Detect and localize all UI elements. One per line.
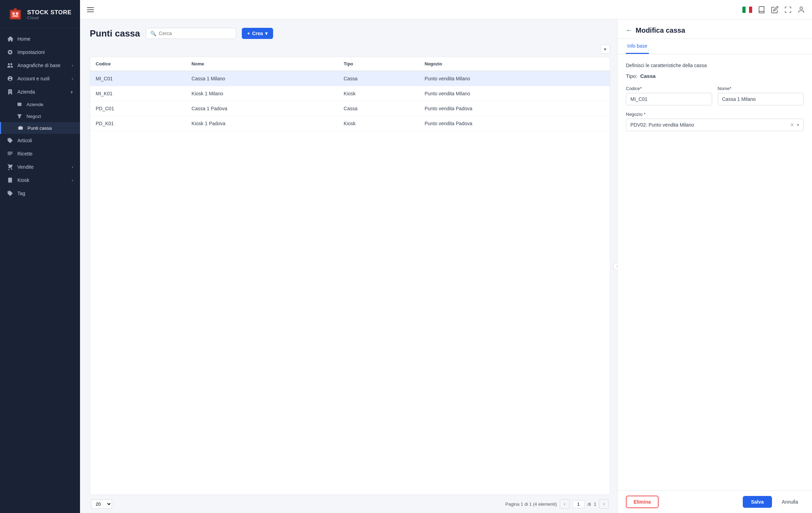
detail-type: Tipo: Cassa [626,73,804,79]
col-nome: Nome [186,57,338,71]
sidebar-item-negozi[interactable]: Negozi [0,110,80,122]
search-input[interactable] [159,31,232,36]
svg-rect-7 [18,127,23,130]
svg-rect-1 [11,11,19,18]
crea-arrow-icon: ▾ [265,31,268,36]
cell-nome: Kiosk 1 Milano [186,86,338,101]
account-icon [7,75,13,82]
svg-rect-10 [9,182,11,182]
sidebar-item-aziende[interactable]: Aziende [0,98,80,110]
book-icon[interactable] [758,6,765,14]
svg-rect-8 [19,126,22,127]
cell-nome: Kiosk 1 Padova [186,116,338,131]
detail-header: ← Modifica cassa [618,19,812,39]
table-header-row: Codice Nome Tipo Negozio [90,57,610,71]
data-table: Codice Nome Tipo Negozio MI_C01Cassa 1 M… [90,57,610,131]
sidebar-item-vendite-label: Vendite [17,164,34,170]
svg-rect-3 [16,13,18,15]
negozio-clear-button[interactable]: ✕ [790,122,794,128]
back-button[interactable]: ← [626,27,632,34]
table-row[interactable]: MI_C01Cassa 1 MilanoCassaPunto vendita M… [90,71,610,86]
app-name: STOCK STORE [27,9,72,16]
user-icon[interactable] [797,6,805,14]
sidebar-item-tag[interactable]: Tag [0,187,80,200]
elimina-button[interactable]: Elimina [626,496,659,508]
negozio-select[interactable]: PDV02: Punto vendita Milano ✕ ▾ [626,119,804,131]
nome-input[interactable] [718,93,804,105]
users-icon [7,62,13,69]
table-row[interactable]: PD_K01Kiosk 1 PadovaKioskPunto vendita P… [90,116,610,131]
cell-negozio: Punto vendita Padova [419,101,610,116]
flag-red [749,7,752,13]
prev-page-button[interactable]: ‹ [560,499,570,509]
cell-codice: MI_K01 [90,86,186,101]
create-button[interactable]: + Crea ▾ [242,28,273,39]
per-page-dropdown[interactable]: 20 50 100 [91,499,112,509]
sidebar-item-azienda-label: Azienda [17,89,35,95]
edit-icon[interactable] [771,6,779,14]
total-pages: 1 [594,502,596,507]
panel-collapse-button[interactable]: ‹ [613,262,617,271]
vendite-icon [7,164,13,170]
table-footer: 20 50 100 Pagina 1 di 1 (4 elementi) ‹ d… [90,495,610,513]
flag-white [746,7,749,13]
sidebar-item-vendite[interactable]: Vendite › [0,160,80,174]
codice-input[interactable] [626,93,712,105]
of-label: di [588,502,591,507]
col-tipo: Tipo [338,57,419,71]
sidebar-item-kiosk[interactable]: Kiosk › [0,174,80,187]
detail-tabs: Info base [618,39,812,54]
cell-nome: Cassa 1 Milano [186,71,338,86]
detail-panel: ← Modifica cassa Info base Definisci le … [617,19,812,513]
salva-button[interactable]: Salva [743,496,772,508]
sidebar-item-tag-label: Tag [17,191,25,196]
sidebar-item-anagrafiche-label: Anagrafiche di base [17,63,61,68]
action-bar: Elimina Salva Annulla [618,490,812,513]
next-page-button[interactable]: › [599,499,609,509]
home-icon [7,36,13,42]
topbar [80,0,812,19]
vendite-arrow: › [72,165,73,169]
sidebar-item-impostazioni[interactable]: Impostazioni [0,46,80,59]
filter-dropdown-button[interactable]: ▾ [600,45,610,54]
sidebar-item-articoli[interactable]: Articoli [0,134,80,147]
sidebar-item-punticassa-label: Punti cassa [27,126,52,131]
type-value: Cassa [640,73,655,79]
pagination-label: Pagina 1 di 1 (4 elementi) [505,502,557,507]
hamburger-button[interactable] [87,7,94,12]
sidebar-item-ricette[interactable]: Ricette [0,147,80,160]
search-icon: 🔍 [150,31,156,36]
ricette-icon [7,151,13,157]
table-row[interactable]: PD_C01Cassa 1 PadovaCassaPunto vendita P… [90,101,610,116]
table-container: Codice Nome Tipo Negozio MI_C01Cassa 1 M… [90,57,610,495]
cell-negozio: Punto vendita Milano [419,86,610,101]
sidebar-nav: Home Impostazioni Anagrafiche di base › … [0,28,80,513]
expand-icon[interactable] [784,6,792,14]
form-row-codice-nome: Codice* Nome* [626,86,804,105]
flag-green [742,7,746,13]
svg-rect-6 [17,103,21,106]
negozio-value: PDV02: Punto vendita Milano [630,122,787,128]
page-input[interactable] [572,500,585,508]
list-header: Punti cassa 🔍 + Crea ▾ [90,28,610,39]
sidebar-item-account[interactable]: Account e ruoli › [0,72,80,85]
sidebar-item-punticassa[interactable]: Punti cassa [0,122,80,134]
annulla-button[interactable]: Annulla [776,496,804,508]
per-page-select: 20 50 100 [91,499,112,509]
cell-codice: PD_C01 [90,101,186,116]
sidebar-item-home[interactable]: Home [0,32,80,46]
logo-text: STOCK STORE Cloud [27,9,72,20]
tab-info-base[interactable]: Info base [626,39,649,54]
table-row[interactable]: MI_K01Kiosk 1 MilanoKioskPunto vendita M… [90,86,610,101]
sidebar-item-azienda[interactable]: Azienda ∨ [0,85,80,98]
language-flag-it[interactable] [742,7,752,13]
cell-tipo: Cassa [338,71,419,86]
punticassa-icon [18,125,23,131]
sidebar-item-anagrafiche[interactable]: Anagrafiche di base › [0,59,80,72]
detail-description: Definisci le caratteristiche della cassa [626,63,804,68]
form-group-negozio: Negozio * PDV02: Punto vendita Milano ✕ … [626,112,804,131]
sidebar-item-home-label: Home [17,36,30,42]
logo-icon [7,6,24,23]
list-panel: Punti cassa 🔍 + Crea ▾ ▾ [80,19,617,513]
filter-bar: ▾ [90,45,610,54]
